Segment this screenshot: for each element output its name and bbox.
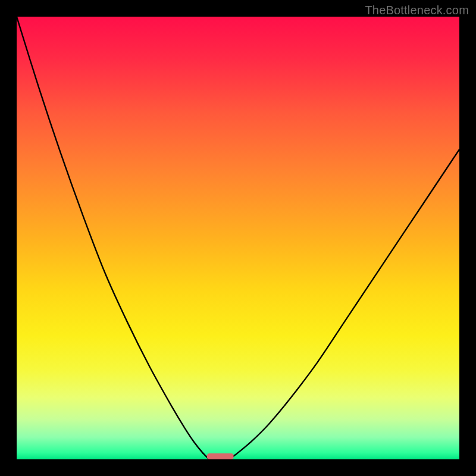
bottleneck-curve-chart — [17, 17, 459, 459]
watermark-text: TheBottleneck.com — [365, 4, 469, 17]
plot-area — [17, 17, 459, 459]
chart-frame: TheBottleneck.com — [0, 0, 476, 476]
minimum-marker — [207, 453, 234, 459]
gradient-background — [17, 17, 459, 459]
